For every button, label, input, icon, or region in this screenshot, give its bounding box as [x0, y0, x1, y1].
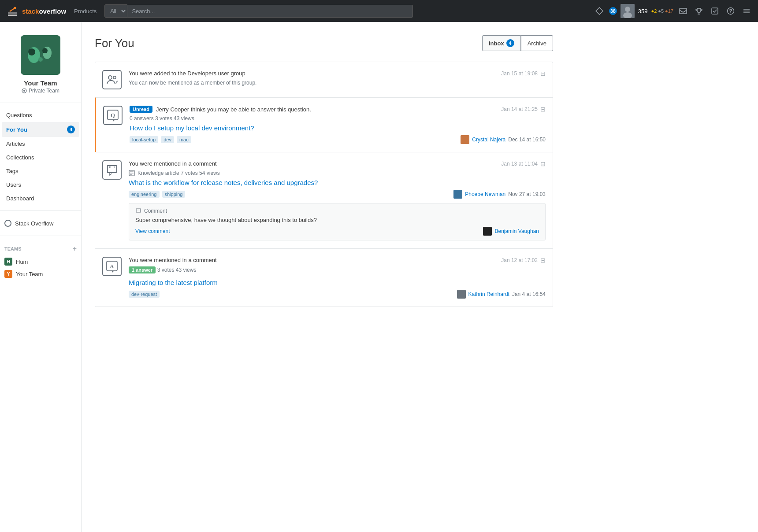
logo[interactable]: stackoverflow: [5, 4, 66, 18]
notif-title-3: You were mentioned in a comment: [129, 160, 217, 167]
svg-rect-11: [712, 8, 718, 14]
your-team-label: Your Team: [16, 271, 43, 277]
notif-header-row-3: You were mentioned in a comment Jan 13 a…: [129, 160, 546, 167]
svg-point-6: [625, 7, 630, 12]
notif-timestamp-2: Jan 14 at 21:25 ⊟: [501, 106, 546, 113]
inbox-badge-btn[interactable]: 38: [609, 7, 617, 15]
notif-body-1: You were added to the Developers user gr…: [129, 70, 546, 88]
hum-team-label: Hum: [16, 259, 28, 265]
sidebar-item-articles[interactable]: Articles: [2, 137, 79, 151]
notif-subtitle-1: You can now be mentioned as a member of …: [129, 80, 546, 86]
sidebar-item-users[interactable]: Users: [2, 178, 79, 192]
svg-text:": ": [138, 209, 140, 212]
logo-text: stackoverflow: [22, 7, 66, 15]
notif-link-2[interactable]: How do I setup my local dev environment?: [130, 124, 546, 132]
svg-point-3: [14, 7, 16, 9]
inbox-button[interactable]: Inbox 4: [482, 35, 521, 51]
sidebar-item-dashboard[interactable]: Dashboard: [2, 192, 79, 205]
svg-text:": ": [109, 166, 111, 172]
notif-title-2: Unread Jerry Cooper thinks you may be ab…: [130, 106, 311, 113]
svg-point-21: [42, 48, 48, 53]
svg-point-24: [23, 90, 25, 92]
notif-item-2: Q Unread Jerry Cooper thinks you may be …: [95, 97, 553, 152]
sidebar-item-tags[interactable]: Tags: [2, 164, 79, 178]
notif-tags-4: dev-request: [129, 291, 160, 298]
notif-link-4[interactable]: Migrating to the latest platform: [129, 279, 546, 286]
comment-block-3: "" Comment Super comprehensive, have we …: [129, 203, 546, 240]
notif-meta-3: Knowledge article 7 votes 54 views: [129, 170, 546, 176]
teams-header: TEAMS +: [4, 245, 77, 253]
sidebar-item-collections[interactable]: Collections: [2, 151, 79, 164]
page-header: For You Inbox 4 Archive: [95, 35, 553, 51]
notif-footer-3: engineering shipping Phoebe Newman Nov 2…: [129, 190, 546, 199]
notif-timestamp-3: Jan 13 at 11:04 ⊟: [501, 160, 546, 167]
svg-point-20: [28, 48, 35, 55]
bronze-dot: ●17: [665, 8, 673, 14]
notif-dismiss-4[interactable]: ⊟: [540, 257, 546, 264]
svg-rect-0: [5, 4, 19, 18]
archive-button[interactable]: Archive: [521, 35, 553, 51]
notif-dismiss-3[interactable]: ⊟: [540, 160, 546, 167]
svg-point-25: [108, 76, 112, 79]
notif-meta-4: 3 votes 43 views: [157, 267, 197, 273]
hamburger-icon[interactable]: [740, 5, 753, 17]
help-icon[interactable]: [725, 5, 737, 17]
inbox-btn-badge: 4: [506, 39, 514, 47]
sidebar-item-for-you[interactable]: For You 4: [2, 122, 79, 137]
team-section: Your Team Private Team: [0, 31, 81, 103]
comment-author-avatar-3: [483, 227, 492, 236]
notif-author-4[interactable]: Kathrin Reinhardt Jan 4 at 16:54: [457, 290, 546, 299]
notif-footer-4: dev-request Kathrin Reinhardt Jan 4 at 1…: [129, 290, 546, 299]
notif-item-3: " " You were mentioned in a comment Jan …: [95, 152, 553, 248]
trophy-icon[interactable]: [693, 5, 705, 17]
comment-footer-3: View comment Benjamin Vaughan: [135, 227, 539, 236]
notif-tags-3: engineering shipping: [129, 191, 185, 198]
notif-link-3[interactable]: What is the workflow for release notes, …: [129, 179, 546, 186]
achievements-icon[interactable]: [593, 5, 606, 17]
tag-dev-request[interactable]: dev-request: [129, 291, 160, 298]
comment-author-3[interactable]: Benjamin Vaughan: [483, 227, 539, 236]
sidebar-item-questions[interactable]: Questions: [2, 108, 79, 122]
products-nav[interactable]: Products: [71, 8, 100, 15]
header-actions: Inbox 4 Archive: [482, 35, 553, 51]
tag-shipping[interactable]: shipping: [162, 191, 186, 198]
tag-mac[interactable]: mac: [177, 136, 191, 143]
notif-timestamp-1: Jan 15 at 19:08 ⊟: [501, 70, 546, 77]
notif-dismiss-2[interactable]: ⊟: [540, 106, 546, 113]
svg-text:A: A: [110, 263, 114, 270]
search-input[interactable]: [127, 5, 413, 18]
main-content: For You Inbox 4 Archive: [82, 22, 566, 532]
layout: Your Team Private Team Questions For You…: [0, 22, 758, 532]
tag-local-setup[interactable]: local-setup: [130, 136, 158, 143]
teams-add-btn[interactable]: +: [73, 245, 77, 253]
review-icon[interactable]: [709, 5, 721, 17]
notif-dismiss-1[interactable]: ⊟: [540, 70, 546, 77]
svg-text:": ": [137, 209, 138, 212]
teams-section: TEAMS + H Hum Y Your Team: [0, 241, 81, 284]
sidebar-item-stackoverflow[interactable]: Stack Overflow: [0, 216, 81, 230]
notif-icon-users: [102, 70, 122, 89]
tag-engineering[interactable]: engineering: [129, 191, 160, 198]
notif-body-2: Unread Jerry Cooper thinks you may be ab…: [130, 106, 546, 144]
notif-tags-2: local-setup dev mac: [130, 136, 191, 143]
svg-rect-2: [8, 12, 17, 14]
team-name: Your Team: [5, 79, 76, 87]
svg-point-13: [730, 12, 731, 13]
silver-dot: ●5: [658, 8, 664, 14]
tag-dev[interactable]: dev: [161, 136, 174, 143]
team-item-hum[interactable]: H Hum: [4, 255, 77, 268]
notif-author-3[interactable]: Phoebe Newman Nov 27 at 19:03: [453, 190, 546, 199]
notif-title-1: You were added to the Developers user gr…: [129, 70, 245, 77]
inbox-icon[interactable]: [677, 5, 689, 17]
svg-rect-17: [21, 35, 60, 75]
notif-author-2[interactable]: Crystal Najera Dec 14 at 16:50: [461, 135, 546, 144]
comment-text-3: Super comprehensive, have we thought abo…: [135, 217, 539, 223]
search-scope-dropdown[interactable]: All: [104, 4, 127, 18]
comment-header-3: "" Comment: [135, 208, 539, 214]
team-item-your-team[interactable]: Y Your Team: [4, 268, 77, 280]
view-comment-link-3[interactable]: View comment: [135, 228, 170, 234]
user-avatar[interactable]: [621, 4, 635, 18]
svg-point-22: [38, 57, 43, 62]
notif-item-1: You were added to the Developers user gr…: [95, 62, 553, 97]
notif-meta-2: 0 answers 3 votes 43 views: [130, 115, 546, 122]
